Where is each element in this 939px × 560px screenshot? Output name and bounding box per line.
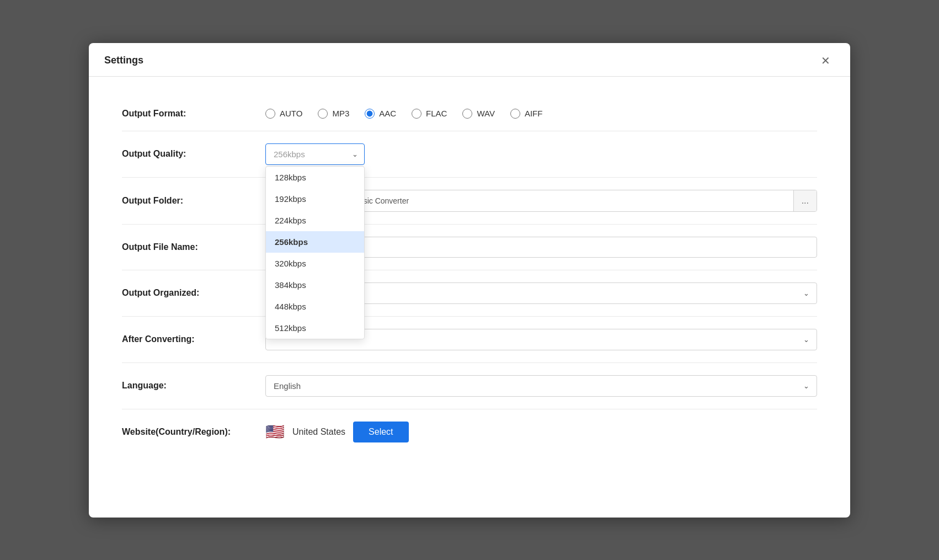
output-organized-row: Output Organized: ⌄ [122, 270, 817, 317]
output-organized-label: Output Organized: [122, 288, 265, 298]
radio-auto[interactable]: AUTO [265, 109, 302, 119]
language-row: Language: English ⌄ [122, 363, 817, 409]
after-converting-row: After Converting: ⌄ [122, 317, 817, 363]
quality-option-512[interactable]: 512kbps [266, 317, 364, 339]
language-select[interactable]: English [265, 375, 817, 397]
output-quality-content: 256kbps ⌄ 128kbps 192kbps 224kbps 256kbp… [265, 143, 817, 165]
output-quality-row: Output Quality: 256kbps ⌄ 128kbps 192kbp… [122, 131, 817, 178]
output-format-content: AUTO MP3 AAC FLAC [265, 109, 817, 119]
dialog-header: Settings ✕ [89, 43, 850, 77]
radio-wav-input[interactable] [462, 109, 472, 119]
radio-flac[interactable]: FLAC [412, 109, 447, 119]
output-format-row: Output Format: AUTO MP3 AAC [122, 97, 817, 131]
quality-option-192[interactable]: 192kbps [266, 188, 364, 210]
website-row: Website(Country/Region): 🇺🇸 United State… [122, 409, 817, 455]
country-name: United States [292, 427, 345, 437]
select-country-button[interactable]: Select [353, 422, 408, 442]
output-quality-label: Output Quality: [122, 149, 265, 159]
output-format-radio-group: AUTO MP3 AAC FLAC [265, 109, 542, 119]
radio-flac-input[interactable] [412, 109, 422, 119]
radio-aiff-input[interactable] [510, 109, 520, 119]
quality-dropdown-menu: 128kbps 192kbps 224kbps 256kbps 320kbps … [265, 166, 365, 339]
output-folder-row: Output Folder: ... [122, 178, 817, 225]
quality-option-448[interactable]: 448kbps [266, 296, 364, 317]
language-content: English ⌄ [265, 375, 817, 397]
radio-mp3-input[interactable] [318, 109, 328, 119]
output-file-name-row: Output File Name: [122, 225, 817, 270]
radio-mp3[interactable]: MP3 [318, 109, 349, 119]
dialog-body: Output Format: AUTO MP3 AAC [89, 77, 850, 477]
quality-dropdown-btn[interactable]: 256kbps [265, 143, 365, 165]
radio-auto-label: AUTO [280, 109, 302, 118]
dialog-title: Settings [104, 55, 143, 66]
website-label: Website(Country/Region): [122, 427, 265, 437]
settings-dialog: Settings ✕ Output Format: AUTO MP3 [89, 43, 850, 518]
quality-option-128[interactable]: 128kbps [266, 167, 364, 188]
close-button[interactable]: ✕ [817, 53, 835, 68]
us-flag-icon: 🇺🇸 [265, 424, 285, 440]
quality-option-224[interactable]: 224kbps [266, 210, 364, 231]
quality-option-256[interactable]: 256kbps [266, 231, 364, 253]
radio-aiff-label: AIFF [525, 109, 543, 118]
after-converting-label: After Converting: [122, 334, 265, 344]
radio-auto-input[interactable] [265, 109, 275, 119]
radio-aac-input[interactable] [365, 109, 375, 119]
output-folder-label: Output Folder: [122, 196, 265, 206]
radio-aiff[interactable]: AIFF [510, 109, 543, 119]
quality-option-320[interactable]: 320kbps [266, 253, 364, 274]
website-row-inner: 🇺🇸 United States Select [265, 422, 409, 442]
radio-mp3-label: MP3 [332, 109, 349, 118]
quality-option-384[interactable]: 384kbps [266, 274, 364, 296]
radio-wav[interactable]: WAV [462, 109, 495, 119]
radio-aac[interactable]: AAC [365, 109, 396, 119]
quality-dropdown-value: 256kbps [274, 150, 305, 159]
radio-flac-label: FLAC [426, 109, 447, 118]
website-content: 🇺🇸 United States Select [265, 422, 817, 442]
quality-dropdown-wrapper: 256kbps ⌄ 128kbps 192kbps 224kbps 256kbp… [265, 143, 365, 165]
radio-aac-label: AAC [379, 109, 396, 118]
language-label: Language: [122, 381, 265, 391]
browse-button[interactable]: ... [793, 190, 817, 211]
language-select-wrapper: English ⌄ [265, 375, 817, 397]
radio-wav-label: WAV [477, 109, 495, 118]
output-format-label: Output Format: [122, 109, 265, 119]
output-file-name-label: Output File Name: [122, 242, 265, 252]
